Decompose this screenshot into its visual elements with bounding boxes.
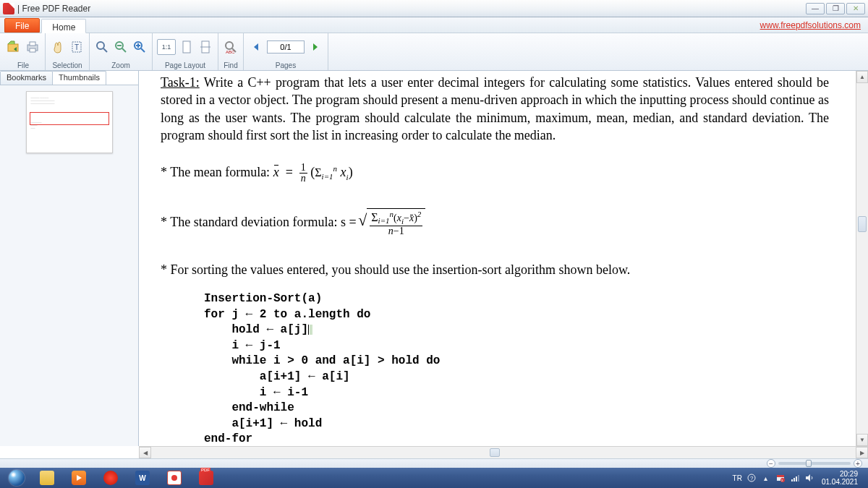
maximize-button[interactable]: ❐: [826, 3, 845, 14]
scroll-up-icon[interactable]: ▲: [856, 71, 868, 83]
ribbon-group-file: File: [1, 33, 46, 70]
menubar: File Home www.freepdfsolutions.com: [0, 17, 868, 33]
windows-logo-icon: [9, 470, 25, 486]
ribbon-label-zoom: Zoom: [111, 61, 130, 70]
zoom-out-button[interactable]: −: [767, 459, 775, 468]
ribbon-group-find: ABC Find: [218, 33, 244, 70]
svg-line-7: [103, 48, 107, 52]
svg-text:?: ?: [750, 475, 754, 481]
zoom-bar: − +: [0, 458, 868, 468]
horizontal-scrollbar[interactable]: ◀ ▶: [139, 446, 868, 458]
zoom-slider[interactable]: [778, 462, 851, 465]
actual-size-icon[interactable]: 1:1: [157, 39, 176, 55]
menu-file[interactable]: File: [4, 18, 40, 33]
pseudocode: Insertion-Sort(a) for j ← 2 to a.length …: [204, 291, 829, 446]
prev-page-icon[interactable]: [248, 39, 264, 55]
next-page-icon[interactable]: [307, 39, 323, 55]
svg-rect-27: [791, 479, 793, 481]
start-button[interactable]: [3, 468, 30, 487]
zoom-tool-icon[interactable]: [94, 39, 110, 55]
page-number-input[interactable]: [267, 40, 305, 53]
zoom-out-icon[interactable]: [113, 39, 129, 55]
svg-text:ABC: ABC: [226, 50, 235, 54]
window-controls: — ❐ ✕: [806, 3, 865, 14]
task-paragraph: Task-1: Write a C++ program that lets a …: [161, 74, 829, 144]
open-icon[interactable]: [6, 39, 22, 55]
svg-rect-28: [793, 478, 795, 481]
svg-line-14: [141, 48, 145, 52]
mean-formula: * The mean formula: x = 1n (Σi=1n xi): [161, 163, 829, 184]
svg-point-6: [97, 42, 104, 49]
ribbon-group-zoom: Zoom: [90, 33, 153, 70]
ribbon-label-pages: Pages: [276, 61, 296, 70]
tray-lang[interactable]: TR: [733, 474, 742, 482]
tray-clock[interactable]: 20:29 01.04.2021: [819, 470, 861, 486]
svg-text:T: T: [75, 43, 79, 51]
tab-bookmarks[interactable]: Bookmarks: [0, 71, 53, 85]
svg-line-10: [122, 48, 126, 52]
ribbon-group-pagelayout: 1:1 Page Layout: [153, 33, 218, 70]
svg-point-18: [226, 42, 233, 49]
task-text: Write a C++ program that lets a user ent…: [161, 75, 829, 142]
vendor-link[interactable]: www.freepdfsolutions.com: [760, 20, 861, 30]
page-content: Task-1: Write a C++ program that lets a …: [139, 71, 868, 446]
app-icon: [3, 3, 14, 14]
page-thumbnail[interactable]: ———— ———— ——————————— ——————————— ————— …: [26, 91, 113, 153]
svg-rect-15: [183, 41, 190, 53]
flag-icon[interactable]: x: [775, 473, 786, 483]
fit-width-icon[interactable]: [197, 39, 213, 55]
system-tray: TR ? ▴ x 20:29 01.04.2021: [733, 470, 865, 486]
ribbon: File T Selection Zoom 1:1 Page Layout AB…: [0, 33, 868, 71]
taskbar-media[interactable]: [64, 469, 94, 487]
stddev-formula: * The standard deviation formula: s = Σi…: [161, 208, 829, 236]
zoom-in-icon[interactable]: [132, 39, 148, 55]
scroll-left-icon[interactable]: ◀: [139, 447, 151, 458]
help-icon[interactable]: ?: [746, 473, 757, 483]
document-view[interactable]: Task-1: Write a C++ program that lets a …: [139, 71, 868, 446]
ribbon-group-selection: T Selection: [46, 33, 90, 70]
text-select-icon[interactable]: T: [69, 39, 85, 55]
network-icon[interactable]: [790, 473, 800, 483]
vertical-scrollbar[interactable]: ▲ ▼: [856, 71, 868, 446]
scroll-right-icon[interactable]: ▶: [856, 447, 868, 458]
find-icon[interactable]: ABC: [223, 39, 239, 55]
taskbar-explorer[interactable]: [32, 469, 62, 487]
ribbon-label-find: Find: [224, 61, 237, 70]
taskbar-opera[interactable]: [95, 469, 126, 487]
svg-rect-29: [796, 476, 797, 481]
hand-tool-icon[interactable]: [50, 39, 66, 55]
taskbar-word[interactable]: W: [127, 469, 158, 487]
menu-home[interactable]: Home: [41, 19, 86, 33]
task-label: Task-1:: [161, 75, 200, 90]
taskbar-pdfreader[interactable]: PDF: [191, 469, 221, 487]
svg-rect-30: [798, 475, 799, 481]
volume-icon[interactable]: [804, 473, 814, 483]
ribbon-label-selection: Selection: [52, 61, 82, 70]
ribbon-label-file: File: [17, 61, 29, 70]
ribbon-label-pagelayout: Page Layout: [165, 61, 205, 70]
sort-note: * For sorting the values entered, you sh…: [161, 261, 829, 278]
hscroll-handle[interactable]: [490, 448, 500, 457]
zoom-in-button[interactable]: +: [854, 459, 862, 468]
fit-page-icon[interactable]: [179, 39, 195, 55]
scroll-down-icon[interactable]: ▼: [856, 434, 868, 446]
close-button[interactable]: ✕: [846, 3, 865, 14]
workspace: Bookmarks Thumbnails ———— ———— —————————…: [0, 71, 868, 446]
titlebar: | Free PDF Reader — ❐ ✕: [0, 0, 868, 17]
taskbar: W PDF TR ? ▴ x 20:29 01.04.2021: [0, 468, 868, 488]
tab-thumbnails[interactable]: Thumbnails: [52, 71, 106, 85]
tray-date: 01.04.2021: [822, 478, 858, 486]
minimize-button[interactable]: —: [806, 3, 825, 14]
ribbon-group-pages: Pages: [244, 33, 328, 70]
svg-rect-24: [777, 475, 784, 477]
taskbar-screenrec[interactable]: [159, 469, 190, 487]
zoom-slider-handle[interactable]: [806, 460, 812, 467]
print-icon[interactable]: [25, 39, 41, 55]
svg-rect-3: [30, 48, 35, 52]
scroll-handle[interactable]: [858, 216, 867, 232]
app-title: | Free PDF Reader: [17, 4, 806, 14]
sidebar: Bookmarks Thumbnails ———— ———— —————————…: [0, 71, 139, 446]
tray-arrow-icon[interactable]: ▴: [761, 473, 771, 483]
tray-time: 20:29: [822, 470, 858, 478]
svg-rect-2: [30, 42, 35, 46]
